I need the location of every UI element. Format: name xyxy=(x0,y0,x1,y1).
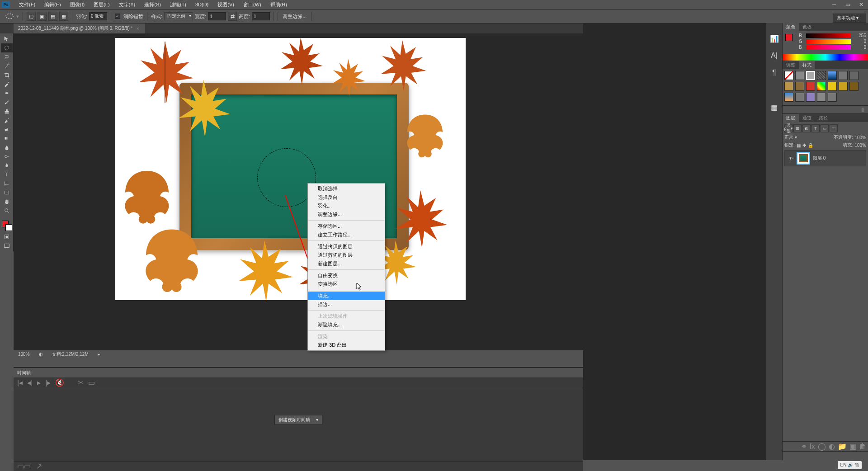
move-tool[interactable] xyxy=(1,34,13,43)
transition-icon[interactable]: ▭ xyxy=(88,378,95,387)
gradient-tool[interactable] xyxy=(1,134,13,143)
style-swatch[interactable] xyxy=(784,82,793,91)
style-swatch[interactable] xyxy=(839,71,848,80)
ctx-fill[interactable]: 填充... xyxy=(308,292,385,300)
fg-bg-swatch[interactable] xyxy=(784,33,796,45)
quick-mask-toggle[interactable] xyxy=(1,232,13,241)
style-swatch[interactable] xyxy=(795,71,804,80)
tab-swatches[interactable]: 色板 xyxy=(799,23,815,31)
menu-layer[interactable]: 图层(L) xyxy=(89,1,114,8)
refine-edge-button[interactable]: 调整边缘... xyxy=(278,12,311,21)
selection-add-button[interactable]: ▣ xyxy=(38,12,47,21)
trash-icon[interactable]: 🗑 xyxy=(861,107,865,112)
style-swatch[interactable] xyxy=(806,71,815,80)
dodge-tool[interactable] xyxy=(1,152,13,161)
style-swatch[interactable] xyxy=(817,93,826,102)
filter-adj-icon[interactable]: ◐ xyxy=(802,124,811,132)
selection-new-button[interactable]: ▢ xyxy=(27,12,36,21)
filter-type-icon[interactable]: T xyxy=(811,124,820,132)
timeline-tab[interactable]: 时间轴 xyxy=(14,367,583,377)
opacity-input[interactable]: 100% xyxy=(854,135,866,140)
ctx-deselect[interactable]: 取消选择 xyxy=(308,184,385,193)
g-slider[interactable] xyxy=(806,39,851,44)
brush-tool[interactable] xyxy=(1,98,13,107)
style-swatch[interactable] xyxy=(795,82,804,91)
tab-adjustments[interactable]: 调整 xyxy=(783,61,799,69)
ctx-feather[interactable]: 羽化... xyxy=(308,202,385,210)
menu-type[interactable]: 文字(Y) xyxy=(114,1,140,8)
style-swatch[interactable] xyxy=(806,82,815,91)
blend-mode-dropdown[interactable]: 正常 ▾ xyxy=(784,134,832,141)
style-swatch[interactable] xyxy=(784,71,793,80)
go-first-icon[interactable]: |◂ xyxy=(17,378,23,387)
adjustment-icon[interactable]: ◐ xyxy=(829,442,835,451)
filter-smart-icon[interactable]: ⬚ xyxy=(830,124,838,132)
lock-pixels-icon[interactable]: ▦ xyxy=(797,143,801,148)
eraser-tool[interactable] xyxy=(1,125,13,134)
filter-kind-dropdown[interactable]: ρ 类型 ▾ xyxy=(784,124,793,132)
spin-icon[interactable]: ◐ xyxy=(39,352,43,357)
style-swatch[interactable] xyxy=(784,93,793,102)
crop-tool[interactable] xyxy=(1,71,13,80)
scissors-icon[interactable]: ✂ xyxy=(78,378,84,387)
menu-edit[interactable]: 编辑(E) xyxy=(40,1,66,8)
style-swatch[interactable] xyxy=(828,82,837,91)
filter-pixel-icon[interactable]: ▦ xyxy=(793,124,802,132)
menu-file[interactable]: 文件(F) xyxy=(14,1,40,8)
workspace-selector[interactable]: 基本功能 ▾ xyxy=(833,14,866,23)
paragraph-icon[interactable]: ¶ xyxy=(770,68,779,77)
play-icon[interactable]: ▸ xyxy=(37,378,41,387)
selection-subtract-button[interactable]: ▤ xyxy=(48,12,57,21)
document-tab[interactable]: 2022-12-08_111449 副本.png @ 100% (图层 0, R… xyxy=(14,24,145,33)
r-slider[interactable] xyxy=(806,33,851,38)
blur-tool[interactable] xyxy=(1,143,13,152)
selection-intersect-button[interactable]: ▦ xyxy=(59,12,68,21)
ctx-layer-cut[interactable]: 通过剪切的图层 xyxy=(308,251,385,259)
screen-mode-toggle[interactable] xyxy=(1,241,13,250)
ctx-new-layer[interactable]: 新建图层... xyxy=(308,259,385,268)
style-swatch[interactable] xyxy=(849,71,859,80)
ctx-transform-selection[interactable]: 变换选区 xyxy=(308,280,385,288)
menu-3d[interactable]: 3D(D) xyxy=(191,2,213,7)
ctx-make-path[interactable]: 建立工作路径... xyxy=(308,231,385,239)
minimize-button[interactable]: ─ xyxy=(827,0,841,9)
menu-window[interactable]: 窗口(W) xyxy=(239,1,266,8)
mask-icon[interactable]: ◯ xyxy=(818,442,826,451)
canvas-area[interactable]: 100% ◐ 文档:2.12M/2.12M ▸ xyxy=(14,33,583,358)
close-tab-icon[interactable]: × xyxy=(137,26,139,31)
type-tool[interactable]: T xyxy=(1,170,13,179)
trash-icon[interactable]: 🗑 xyxy=(859,443,866,451)
step-fwd-icon[interactable]: |▸ xyxy=(45,378,51,387)
step-back-icon[interactable]: ◂| xyxy=(27,378,33,387)
marquee-tool[interactable] xyxy=(1,43,13,52)
fg-bg-colors[interactable] xyxy=(1,220,13,232)
ime-indicator[interactable]: EN 🔊 简 xyxy=(838,461,862,469)
tab-layers[interactable]: 图层 xyxy=(783,114,799,122)
shape-tool[interactable] xyxy=(1,188,13,197)
histogram-icon[interactable]: 📊 xyxy=(770,34,779,43)
marquee-tool-icon[interactable] xyxy=(5,11,14,21)
path-tool[interactable] xyxy=(1,179,13,188)
zoom-value[interactable]: 100% xyxy=(18,352,30,357)
lock-position-icon[interactable]: ✥ xyxy=(802,143,806,148)
timeline-mode-icon[interactable]: ▭▭ xyxy=(17,462,31,471)
style-swatch[interactable] xyxy=(795,93,804,102)
visibility-toggle-icon[interactable]: 👁 xyxy=(785,156,797,161)
stamp-tool[interactable] xyxy=(1,107,13,116)
zoom-tool[interactable] xyxy=(1,206,13,215)
color-ramp[interactable] xyxy=(783,54,868,61)
ctx-layer-copy[interactable]: 通过拷贝的图层 xyxy=(308,242,385,251)
new-layer-icon[interactable]: ▣ xyxy=(849,442,856,451)
wand-tool[interactable] xyxy=(1,61,13,71)
tab-color[interactable]: 颜色 xyxy=(783,23,799,31)
menu-view[interactable]: 视图(V) xyxy=(213,1,239,8)
link-icon[interactable]: ⚭ xyxy=(801,442,807,451)
ctx-fade-fill[interactable]: 渐隐填充... xyxy=(308,320,385,329)
style-dropdown[interactable]: 固定比例 ▾ xyxy=(164,12,193,20)
tab-styles[interactable]: 样式 xyxy=(799,61,815,69)
timeline-zoom-icon[interactable]: ↗ xyxy=(36,462,42,471)
style-swatch[interactable] xyxy=(839,82,848,91)
menu-help[interactable]: 帮助(H) xyxy=(266,1,292,8)
feather-input[interactable] xyxy=(89,12,107,20)
style-swatch[interactable] xyxy=(828,71,837,80)
